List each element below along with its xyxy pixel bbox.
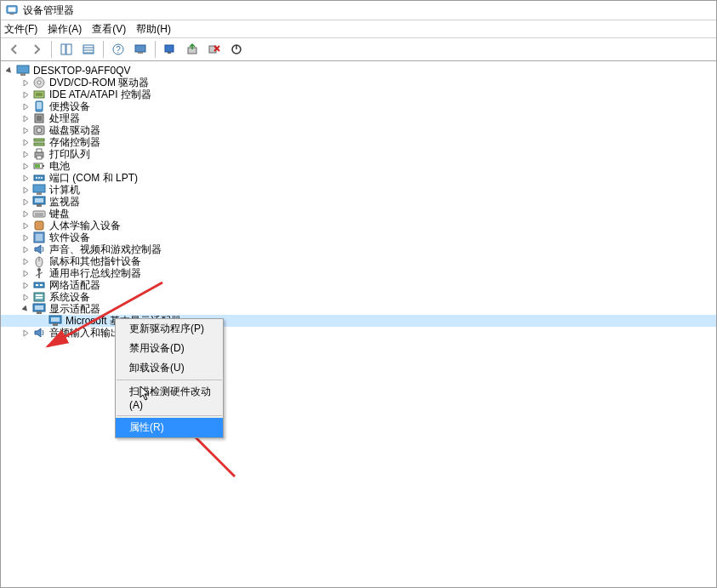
tree-category[interactable]: 键盘: [1, 208, 716, 220]
svg-rect-59: [34, 283, 44, 288]
context-menu-item[interactable]: 卸载设备(U): [116, 358, 223, 378]
expander-open-icon[interactable]: [4, 66, 14, 76]
expander-closed-icon[interactable]: [20, 208, 31, 219]
svg-rect-37: [35, 164, 40, 168]
nav-back-button[interactable]: [4, 39, 25, 60]
tree-category-label: 音频输入和输出: [49, 327, 121, 339]
expander-closed-icon[interactable]: [20, 161, 31, 171]
tree-category[interactable]: DVD/CD-ROM 驱动器: [1, 77, 716, 88]
tree-category[interactable]: 网络适配器: [1, 279, 716, 291]
audio-io-icon: [32, 326, 46, 340]
expander-closed-icon[interactable]: [20, 77, 31, 88]
svg-rect-27: [37, 116, 42, 121]
tree-category-label: 便携设备: [49, 100, 90, 112]
tree-category[interactable]: 存储控制器: [1, 136, 716, 148]
svg-rect-61: [40, 284, 43, 286]
expander-closed-icon[interactable]: [20, 101, 31, 111]
menu-action[interactable]: 操作(A): [48, 22, 82, 37]
context-menu-item[interactable]: 禁用设备(D): [116, 339, 223, 358]
expander-closed-icon[interactable]: [20, 113, 31, 123]
svg-rect-4: [66, 44, 71, 54]
tree-category-label: 处理器: [49, 112, 80, 124]
update-driver-button[interactable]: [182, 39, 202, 60]
svg-rect-69: [51, 317, 60, 322]
expander-closed-icon[interactable]: [20, 220, 31, 231]
device-manager-window: 设备管理器 文件(F) 操作(A) 查看(V) 帮助(H) ?: [0, 0, 717, 588]
context-menu-item[interactable]: 更新驱动程序(P): [116, 319, 223, 339]
tree-category[interactable]: 电池: [1, 160, 716, 172]
context-menu-separator: [117, 380, 222, 380]
tree-category[interactable]: 处理器: [1, 112, 716, 124]
svg-rect-63: [36, 294, 43, 296]
menu-view[interactable]: 查看(V): [92, 22, 126, 37]
nav-forward-button[interactable]: [26, 39, 47, 60]
menu-help[interactable]: 帮助(H): [136, 22, 171, 37]
expander-closed-icon[interactable]: [20, 244, 31, 254]
tree-device-basic-display-adapter[interactable]: Microsoft 基本显示适配器: [1, 315, 716, 327]
tree-category[interactable]: 端口 (COM 和 LPT): [1, 172, 716, 184]
expander-closed-icon[interactable]: [20, 328, 31, 338]
expander-closed-icon[interactable]: [20, 292, 31, 302]
device-tree[interactable]: DESKTOP-9AFF0QV DVD/CD-ROM 驱动器IDE ATA/AT…: [1, 61, 716, 588]
tree-category[interactable]: 通用串行总线控制器: [1, 267, 716, 279]
tree-category[interactable]: 打印队列: [1, 148, 716, 160]
toolbar-separator: [51, 41, 52, 58]
show-hide-tree-button[interactable]: [56, 39, 77, 60]
menu-bar: 文件(F) 操作(A) 查看(V) 帮助(H): [1, 20, 716, 38]
menu-file[interactable]: 文件(F): [4, 22, 37, 37]
tree-category-label: 通用串行总线控制器: [49, 267, 141, 279]
expander-closed-icon[interactable]: [20, 89, 31, 100]
svg-rect-60: [36, 284, 38, 286]
context-menu-item[interactable]: 扫描检测硬件改动(A): [116, 382, 223, 414]
svg-rect-50: [35, 221, 43, 230]
device-icon-button[interactable]: [130, 39, 151, 60]
svg-point-41: [41, 177, 43, 179]
expander-closed-icon[interactable]: [20, 149, 31, 159]
tree-category[interactable]: 鼠标和其他指针设备: [1, 255, 716, 267]
expander-closed-icon[interactable]: [20, 197, 31, 207]
tree-category-label: 端口 (COM 和 LPT): [49, 172, 138, 184]
tree-category[interactable]: 软件设备: [1, 231, 716, 243]
tree-category[interactable]: IDE ATA/ATAPI 控制器: [1, 88, 716, 100]
expander-closed-icon[interactable]: [20, 185, 31, 195]
tree-category[interactable]: 计算机: [1, 184, 716, 196]
svg-rect-3: [61, 44, 65, 54]
tree-category[interactable]: 监视器: [1, 196, 716, 208]
expander-closed-icon[interactable]: [20, 256, 31, 266]
tree-category-label: 磁盘驱动器: [49, 124, 100, 136]
tree-category-label: 系统设备: [49, 291, 90, 303]
expander-closed-icon[interactable]: [20, 125, 31, 135]
tree-category[interactable]: 人体学输入设备: [1, 220, 716, 231]
expander-closed-icon[interactable]: [20, 232, 31, 243]
scan-hardware-button[interactable]: [160, 39, 180, 60]
uninstall-button[interactable]: [204, 39, 225, 60]
properties-button[interactable]: [78, 39, 99, 60]
title-bar[interactable]: 设备管理器: [1, 1, 716, 20]
tree-root[interactable]: DESKTOP-9AFF0QV: [1, 65, 716, 77]
svg-rect-70: [53, 323, 58, 326]
svg-rect-33: [37, 149, 42, 152]
svg-rect-19: [20, 73, 26, 76]
tree-category[interactable]: 声音、视频和游戏控制器: [1, 243, 716, 255]
help-button[interactable]: ?: [108, 39, 128, 60]
svg-rect-36: [43, 165, 44, 167]
expander-closed-icon[interactable]: [20, 137, 31, 147]
svg-rect-42: [33, 185, 45, 192]
svg-point-21: [37, 81, 41, 84]
tree-category-audio-io[interactable]: 音频输入和输出: [1, 327, 716, 339]
expander-closed-icon[interactable]: [20, 280, 31, 290]
svg-rect-64: [36, 297, 43, 299]
expander-open-icon[interactable]: [20, 304, 31, 314]
svg-rect-45: [35, 198, 43, 203]
expander-closed-icon[interactable]: [20, 268, 31, 278]
tree-category[interactable]: 系统设备: [1, 291, 716, 303]
expander-closed-icon[interactable]: [20, 173, 31, 183]
tree-category-label: 键盘: [49, 208, 70, 220]
tree-category-display-adapters[interactable]: 显示适配器: [1, 303, 716, 315]
disable-button[interactable]: [226, 39, 247, 60]
tree-category-label: 计算机: [49, 184, 80, 196]
context-menu-item[interactable]: 属性(R): [116, 418, 223, 437]
tree-category[interactable]: 磁盘驱动器: [1, 124, 716, 136]
tree-category[interactable]: 便携设备: [1, 100, 716, 112]
tree-category-label: IDE ATA/ATAPI 控制器: [49, 88, 151, 100]
